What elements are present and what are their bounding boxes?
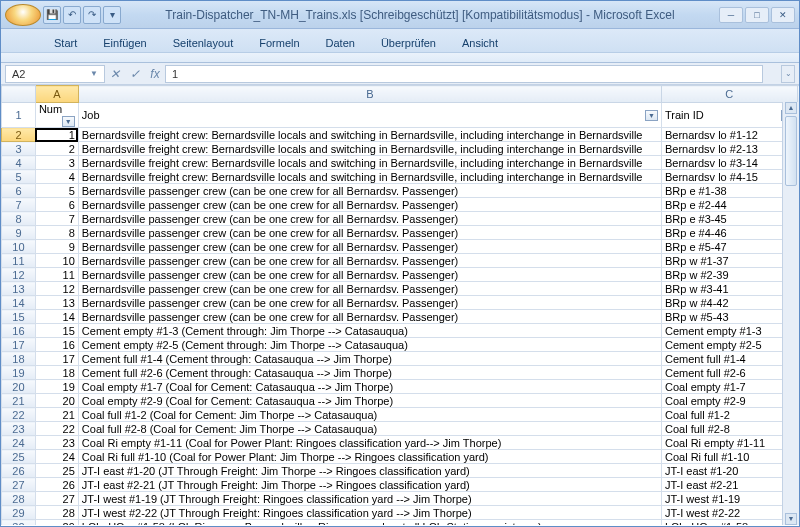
row-header[interactable]: 1 xyxy=(2,103,36,128)
cell-train-id[interactable]: Coal empty #2-9 xyxy=(661,394,797,408)
cell-num[interactable]: 2 xyxy=(35,142,78,156)
ribbon-tab-seitenlayout[interactable]: Seitenlayout xyxy=(160,33,247,52)
cell-job[interactable]: Bernardsville passenger crew (can be one… xyxy=(78,296,661,310)
cell-train-id[interactable]: JT-I west #1-19 xyxy=(661,492,797,506)
cell-job[interactable]: Cement full #1-4 (Cement through: Catasa… xyxy=(78,352,661,366)
row-header[interactable]: 22 xyxy=(2,408,36,422)
cell-job[interactable]: Coal full #1-2 (Coal for Cement: Jim Tho… xyxy=(78,408,661,422)
col-header-D[interactable]: D xyxy=(797,86,799,103)
row-header[interactable]: 5 xyxy=(2,170,36,184)
cell-job[interactable]: Coal empty #2-9 (Coal for Cement: Catasa… xyxy=(78,394,661,408)
cell-train-id[interactable]: Coal empty #1-7 xyxy=(661,380,797,394)
close-button[interactable]: ✕ xyxy=(771,7,795,23)
cell-train-id[interactable]: Coal Ri full #1-10 xyxy=(661,450,797,464)
cell-train-id[interactable]: JT-I east #2-21 xyxy=(661,478,797,492)
cell-num[interactable]: 8 xyxy=(35,226,78,240)
cell-train-id[interactable]: Cement full #1-4 xyxy=(661,352,797,366)
cell-job[interactable]: JT-I east #1-20 (JT Through Freight: Jim… xyxy=(78,464,661,478)
name-box[interactable]: A2 ▼ xyxy=(5,65,105,83)
cell-num[interactable]: 14 xyxy=(35,310,78,324)
row-header[interactable]: 9 xyxy=(2,226,36,240)
cell-train-id[interactable]: BRp w #5-43 xyxy=(661,310,797,324)
cell-train-id[interactable]: BRp e #1-38 xyxy=(661,184,797,198)
office-button[interactable] xyxy=(5,4,41,26)
ribbon-tab-formeln[interactable]: Formeln xyxy=(246,33,312,52)
cell-train-id[interactable]: Bernardsv lo #4-15 xyxy=(661,170,797,184)
cell-job[interactable]: LCL_HG e #1-58 (LCL Ringoes - Bernardsvi… xyxy=(78,520,661,526)
col-header-A[interactable]: A xyxy=(35,86,78,103)
cell-job[interactable]: Bernardsville passenger crew (can be one… xyxy=(78,226,661,240)
cell-num[interactable]: 17 xyxy=(35,352,78,366)
cell-job[interactable]: Bernardsville freight crew: Bernardsvill… xyxy=(78,128,661,142)
row-header[interactable]: 25 xyxy=(2,450,36,464)
row-header[interactable]: 30 xyxy=(2,520,36,526)
filter-dropdown-icon[interactable]: ▼ xyxy=(62,116,75,127)
row-header[interactable]: 24 xyxy=(2,436,36,450)
cell-job[interactable]: Coal Ri full #1-10 (Coal for Power Plant… xyxy=(78,450,661,464)
row-header[interactable]: 13 xyxy=(2,282,36,296)
filter-cell-id[interactable]: Train ID▼ xyxy=(661,103,797,128)
cell-num[interactable]: 20 xyxy=(35,394,78,408)
row-header[interactable]: 20 xyxy=(2,380,36,394)
cell-job[interactable]: Bernardsville passenger crew (can be one… xyxy=(78,310,661,324)
minimize-button[interactable]: ─ xyxy=(719,7,743,23)
row-header[interactable]: 7 xyxy=(2,198,36,212)
cell-job[interactable]: Bernardsville freight crew: Bernardsvill… xyxy=(78,142,661,156)
row-header[interactable]: 11 xyxy=(2,254,36,268)
row-header[interactable]: 6 xyxy=(2,184,36,198)
scroll-thumb[interactable] xyxy=(785,116,797,186)
scroll-up-icon[interactable]: ▲ xyxy=(785,102,797,114)
cell-num[interactable]: 7 xyxy=(35,212,78,226)
cell-train-id[interactable]: BRp w #4-42 xyxy=(661,296,797,310)
cell-num[interactable]: 27 xyxy=(35,492,78,506)
fx-icon[interactable]: fx xyxy=(145,67,165,81)
cell-num[interactable]: 16 xyxy=(35,338,78,352)
cell-num[interactable]: 23 xyxy=(35,436,78,450)
redo-icon[interactable]: ↷ xyxy=(83,6,101,24)
cell-num[interactable]: 13 xyxy=(35,296,78,310)
row-header[interactable]: 2 xyxy=(2,128,36,142)
cell-train-id[interactable]: JT-I west #2-22 xyxy=(661,506,797,520)
ribbon-tab-überprüfen[interactable]: Überprüfen xyxy=(368,33,449,52)
row-header[interactable]: 27 xyxy=(2,478,36,492)
row-header[interactable]: 17 xyxy=(2,338,36,352)
cell-job[interactable]: Coal Ri empty #1-11 (Coal for Power Plan… xyxy=(78,436,661,450)
row-header[interactable]: 12 xyxy=(2,268,36,282)
undo-icon[interactable]: ↶ xyxy=(63,6,81,24)
cell-num[interactable]: 29 xyxy=(35,520,78,526)
row-header[interactable]: 21 xyxy=(2,394,36,408)
cell-train-id[interactable]: BRp w #3-41 xyxy=(661,282,797,296)
cell-train-id[interactable]: BRp w #2-39 xyxy=(661,268,797,282)
cancel-icon[interactable]: ✕ xyxy=(105,67,125,81)
col-header-C[interactable]: C xyxy=(661,86,797,103)
name-box-dropdown-icon[interactable]: ▼ xyxy=(90,66,98,82)
cell-job[interactable]: Bernardsville passenger crew (can be one… xyxy=(78,254,661,268)
cell-num[interactable]: 9 xyxy=(35,240,78,254)
cell-train-id[interactable]: Bernardsv lo #1-12 xyxy=(661,128,797,142)
cell-train-id[interactable]: BRp e #5-47 xyxy=(661,240,797,254)
filter-cell-num[interactable]: Num▼ xyxy=(35,103,78,128)
cell-train-id[interactable]: JT-I east #1-20 xyxy=(661,464,797,478)
cell-num[interactable]: 1 xyxy=(35,128,78,142)
enter-icon[interactable]: ✓ xyxy=(125,67,145,81)
cell-job[interactable]: Bernardsville passenger crew (can be one… xyxy=(78,240,661,254)
ribbon-tab-ansicht[interactable]: Ansicht xyxy=(449,33,511,52)
cell-num[interactable]: 15 xyxy=(35,324,78,338)
row-header[interactable]: 18 xyxy=(2,352,36,366)
cell-num[interactable]: 24 xyxy=(35,450,78,464)
maximize-button[interactable]: □ xyxy=(745,7,769,23)
row-header[interactable]: 4 xyxy=(2,156,36,170)
select-all-corner[interactable] xyxy=(2,86,36,103)
cell-num[interactable]: 21 xyxy=(35,408,78,422)
formula-bar[interactable]: 1 xyxy=(165,65,763,83)
cell-train-id[interactable]: BRp e #2-44 xyxy=(661,198,797,212)
row-header[interactable]: 3 xyxy=(2,142,36,156)
row-header[interactable]: 8 xyxy=(2,212,36,226)
cell-num[interactable]: 18 xyxy=(35,366,78,380)
row-header[interactable]: 29 xyxy=(2,506,36,520)
filter-dropdown-icon[interactable]: ▼ xyxy=(645,110,658,121)
cell-num[interactable]: 6 xyxy=(35,198,78,212)
cell-train-id[interactable]: LCL_HG e #1-58 xyxy=(661,520,797,526)
row-header[interactable]: 10 xyxy=(2,240,36,254)
cell-job[interactable]: Bernardsville freight crew: Bernardsvill… xyxy=(78,156,661,170)
